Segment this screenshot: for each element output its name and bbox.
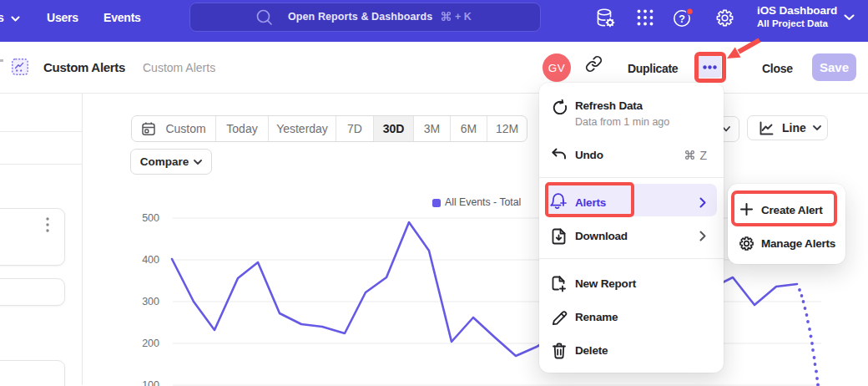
- svg-text:All Events - Total: All Events - Total: [445, 196, 521, 208]
- svg-text:500: 500: [142, 212, 159, 224]
- svg-text:100: 100: [142, 379, 159, 386]
- svg-text:400: 400: [142, 254, 159, 266]
- svg-text:300: 300: [142, 296, 159, 307]
- svg-text:?: ?: [679, 13, 685, 25]
- svg-text:200: 200: [142, 338, 159, 349]
